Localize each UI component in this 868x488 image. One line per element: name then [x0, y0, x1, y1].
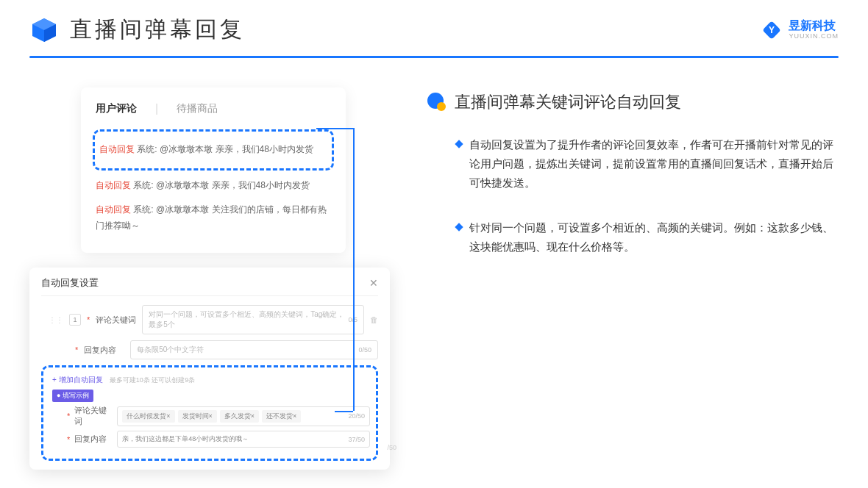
screenshots-column: 用户评论 | 待播商品 自动回复 系统: @冰墩墩本墩 亲亲，我们48小时内发货…: [29, 87, 397, 470]
system-label: 系统:: [133, 180, 153, 190]
ex-content-label: 回复内容: [74, 434, 113, 445]
system-label: 系统:: [137, 144, 157, 154]
row-number: 1: [69, 314, 81, 326]
svg-point-6: [437, 102, 446, 111]
keyword-row: ⋮⋮ 1 * 评论关键词 对同一个问题，可设置多个相近、高频的关键词，Tag确定…: [41, 305, 378, 334]
cube-icon: [29, 15, 59, 45]
page-header: 直播间弹幕回复 Y 昱新科技 YUUXIN.COM: [0, 0, 868, 45]
system-label: 系统:: [133, 204, 153, 215]
logo-text-en: YUUXIN.COM: [789, 33, 839, 40]
svg-text:Y: Y: [769, 25, 775, 35]
keyword-tag[interactable]: 什么时候发货×: [122, 410, 174, 423]
required-asterisk: *: [67, 435, 70, 444]
tab-user-comments[interactable]: 用户评论: [96, 102, 137, 118]
diamond-bullet-icon: [455, 223, 463, 232]
highlighted-comment: 自动回复 系统: @冰墩墩本墩 亲亲，我们48小时内发货: [93, 129, 334, 171]
keyword-input[interactable]: 对同一个问题，可设置多个相近、高频的关键词，Tag确定，最多5个 0/5: [142, 305, 364, 334]
auto-reply-settings-panel: 自动回复设置 ✕ ⋮⋮ 1 * 评论关键词 对同一个问题，可设置多个相近、高频的…: [29, 268, 390, 470]
required-asterisk: *: [67, 412, 70, 420]
content-input[interactable]: 每条限50个中文字符 0/50: [130, 340, 378, 359]
add-auto-reply-link[interactable]: + 增加自动回复: [52, 376, 103, 384]
keyword-label: 评论关键词: [96, 315, 136, 326]
logo-diamond-icon: Y: [761, 19, 783, 41]
ex-keyword-label: 评论关键词: [74, 405, 113, 427]
comment-row: 自动回复 系统: @冰墩墩本墩 关注我们的店铺，每日都有热门推荐呦～: [96, 198, 331, 238]
example-keyword-input[interactable]: 什么时候发货× 发货时间× 多久发货× 还不发货× 20/50: [117, 406, 370, 426]
keyword-tag[interactable]: 发货时间×: [178, 410, 217, 423]
example-content-input[interactable]: 亲，我们这边都是下单48小时内发货的哦～ 37/50: [117, 431, 370, 448]
comment-text: @冰墩墩本墩 亲亲，我们48小时内发货: [160, 144, 313, 154]
comment-text: @冰墩墩本墩 亲亲，我们48小时内发货: [156, 180, 310, 190]
page-title: 直播间弹幕回复: [70, 15, 245, 45]
brand-logo: Y 昱新科技 YUUXIN.COM: [761, 19, 839, 41]
auto-reply-tag: 自动回复: [96, 180, 131, 190]
tab-divider: |: [155, 102, 158, 118]
comment-row: 自动回复 系统: @冰墩墩本墩 亲亲，我们48小时内发货: [99, 137, 327, 162]
section-title: 直播间弹幕关键词评论自动回复: [455, 91, 681, 113]
bullet-item: 自动回复设置为了提升作者的评论回复效率，作者可在开播前针对常见的评论用户问题，提…: [427, 135, 839, 193]
description-column: 直播间弹幕关键词评论自动回复 自动回复设置为了提升作者的评论回复效率，作者可在开…: [427, 87, 839, 470]
add-hint: 最多可建10条 还可以创建9条: [110, 376, 196, 384]
settings-title: 自动回复设置: [41, 276, 99, 290]
required-asterisk: *: [87, 315, 90, 324]
auto-reply-tag: 自动回复: [96, 204, 131, 215]
content-label: 回复内容: [84, 345, 124, 356]
delete-icon[interactable]: 🗑: [370, 315, 378, 324]
speech-bubble-icon: [427, 92, 447, 112]
auto-reply-tag: 自动回复: [99, 144, 135, 154]
required-asterisk: *: [75, 345, 78, 354]
bullet-item: 针对同一个问题，可设置多个相近的、高频的关键词。例如：这款多少钱、这块能优惠吗、…: [427, 218, 839, 256]
logo-text-cn: 昱新科技: [789, 20, 839, 32]
diamond-bullet-icon: [455, 140, 463, 148]
overflow-counter: /50: [387, 444, 396, 451]
content-row: * 回复内容 每条限50个中文字符 0/50: [41, 340, 378, 359]
example-content-row: * 回复内容 亲，我们这边都是下单48小时内发货的哦～ 37/50: [49, 431, 370, 448]
keyword-tag[interactable]: 还不发货×: [262, 410, 301, 423]
bullet-text: 自动回复设置为了提升作者的评论回复效率，作者可在开播前针对常见的评论用户问题，提…: [469, 135, 839, 193]
comment-row: 自动回复 系统: @冰墩墩本墩 亲亲，我们48小时内发货: [96, 173, 331, 198]
example-badge: ● 填写示例: [52, 390, 93, 402]
tab-pending-goods[interactable]: 待播商品: [177, 102, 218, 118]
keyword-tag[interactable]: 多久发货×: [220, 410, 259, 423]
bullet-text: 针对同一个问题，可设置多个相近的、高频的关键词。例如：这款多少钱、这块能优惠吗、…: [469, 218, 839, 256]
comments-panel: 用户评论 | 待播商品 自动回复 系统: @冰墩墩本墩 亲亲，我们48小时内发货…: [81, 87, 346, 253]
example-group: + 增加自动回复 最多可建10条 还可以创建9条 ● 填写示例 * 评论关键词 …: [41, 365, 378, 461]
drag-handle-icon[interactable]: ⋮⋮: [49, 316, 63, 324]
comment-text: @冰墩墩本墩 关注我们的店铺，每日都有热门推荐呦～: [96, 204, 327, 231]
example-keyword-row: * 评论关键词 什么时候发货× 发货时间× 多久发货× 还不发货× 20/50: [49, 405, 370, 427]
close-icon[interactable]: ✕: [369, 277, 378, 289]
